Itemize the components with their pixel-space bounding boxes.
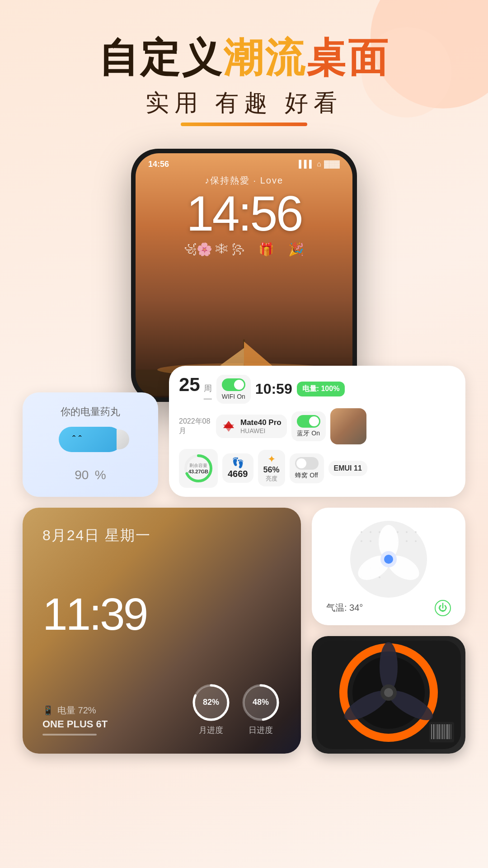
storage-text-inner: 剩余容量 43.27GB — [188, 462, 208, 474]
clock-bottom: 📱 电量 72% ONE PLUS 6T 82% 月进度 — [42, 682, 281, 736]
phone-time: 14:56 — [148, 160, 169, 169]
clock-time: 11:39 — [42, 591, 281, 637]
info-widget: 25 周— WIFI On 10:59 电量: 100% — [169, 366, 465, 497]
steps-val: 4669 — [228, 469, 248, 479]
brightness-block: ✦ 56% 亮度 — [258, 450, 285, 486]
phone-thumb-img — [330, 408, 366, 444]
svg-point-14 — [379, 531, 380, 533]
widgets-row2: 8月24日 星期一 11:39 📱 电量 72% ONE PLUS 6T — [23, 508, 465, 754]
info-date-num: 25 — [179, 375, 200, 394]
info-time: 10:59 — [255, 381, 292, 397]
hive-toggle-track — [295, 457, 319, 470]
svg-point-38 — [380, 642, 398, 692]
header: 自定义潮流桌面 实用 有趣 好看 — [0, 0, 488, 126]
wifi-icon: ⌂ — [317, 160, 321, 168]
battery-device-icon: 📱 — [42, 705, 54, 716]
info-date-block: 25 周— — [179, 375, 212, 403]
svg-text:82%: 82% — [203, 698, 219, 707]
hive-block[interactable]: 蜂窝 Off — [290, 453, 324, 483]
svg-point-29 — [379, 576, 380, 578]
svg-point-34 — [384, 555, 393, 564]
hive-label: 蜂窝 Off — [295, 472, 318, 480]
svg-point-23 — [415, 540, 417, 542]
huawei-logo — [221, 419, 236, 434]
fan-power-icon: ⏻ — [438, 603, 447, 613]
fan-temp-text: 气温: 34° — [326, 602, 363, 614]
fan-column: 气温: 34° ⏻ — [312, 508, 465, 754]
bt-track — [297, 415, 320, 428]
emui-block: EMUI 11 — [328, 461, 367, 476]
progress-day-label: 日进度 — [249, 725, 273, 736]
svg-point-22 — [406, 540, 408, 542]
progress-month-label: 月进度 — [199, 725, 223, 736]
pill-widget: 你的电量药丸 ˆ ˆ 90 % — [23, 392, 158, 497]
bt-label: 蓝牙 On — [297, 429, 320, 438]
pill-cap — [117, 429, 129, 449]
battery-bar-block: 电量: 100% — [297, 382, 345, 396]
phone-decoration: ꧁🌸 ❄ ꧂ 🎁 🎉 — [136, 242, 352, 257]
brightness-label: 亮度 — [266, 475, 277, 483]
info-row3: 剩余容量 43.27GB 👣 4669 ✦ 56% 亮度 — [179, 449, 455, 488]
pill-face: ˆ ˆ — [72, 434, 82, 445]
date-year: 2022年08月 — [179, 417, 211, 436]
clock-date: 8月24日 星期一 — [42, 526, 281, 546]
storage-circle: 剩余容量 43.27GB — [183, 453, 214, 484]
svg-point-20 — [415, 531, 417, 533]
svg-point-15 — [361, 540, 362, 542]
fan-power-btn[interactable]: ⏻ — [435, 600, 451, 616]
fan-widget-dark — [312, 636, 465, 754]
subtitle: 实用 有趣 好看 — [0, 87, 488, 119]
brightness-icon: ✦ — [267, 453, 276, 465]
fan-widget-white: 气温: 34° ⏻ — [312, 508, 465, 625]
svg-point-16 — [370, 540, 371, 542]
steps-block: 👣 4669 — [222, 453, 253, 483]
storage-label: 剩余容量 — [188, 462, 208, 469]
clock-battery: 电量 72% — [57, 704, 96, 717]
fan-temp-bar: 气温: 34° ⏻ — [323, 600, 455, 616]
device-model: Mate40 Pro — [240, 418, 282, 427]
info-widget-inner: 25 周— WIFI On 10:59 电量: 100% — [179, 375, 455, 488]
battery-icon: ▓▓▓ — [324, 160, 340, 168]
svg-point-12 — [361, 531, 362, 533]
svg-point-13 — [370, 531, 371, 533]
info-row1: 25 周— WIFI On 10:59 电量: 100% — [179, 375, 455, 404]
info-row2: 2022年08月 Mate40 Pro HUAWEI — [179, 408, 455, 444]
main-title: 自定义潮流桌面 — [0, 36, 488, 80]
battery-bar-visual — [42, 734, 97, 736]
storage-block: 剩余容量 43.27GB — [179, 449, 218, 488]
info-time-block: 10:59 — [255, 381, 292, 397]
huawei-text-block: Mate40 Pro HUAWEI — [240, 418, 282, 434]
pill-capsule: ˆ ˆ — [37, 427, 144, 452]
phone-big-time: 14:56 — [136, 189, 352, 238]
progress-circle-day: 48% 日进度 — [240, 682, 281, 736]
signal-icon: ▌▌▌ — [299, 160, 314, 168]
pill-body: ˆ ˆ — [59, 427, 122, 452]
phone-status-bar: 14:56 ▌▌▌ ⌂ ▓▓▓ — [136, 153, 352, 169]
storage-val: 43.27GB — [188, 469, 208, 474]
emui-label: EMUI 11 — [334, 464, 362, 472]
title-part2: 潮流 — [223, 35, 306, 80]
pill-unit: % — [95, 468, 106, 482]
widgets-row1: 你的电量药丸 ˆ ˆ 90 % 25 周— — [23, 366, 465, 497]
wifi-toggle-track — [222, 378, 245, 391]
clock-progress-area: 82% 月进度 48% 日进度 — [191, 682, 281, 736]
fan-blades-white — [348, 519, 429, 600]
wifi-toggle[interactable]: WIFI On — [216, 375, 251, 404]
clock-widget: 8月24日 星期一 11:39 📱 电量 72% ONE PLUS 6T — [23, 508, 301, 754]
clock-device-block: 📱 电量 72% ONE PLUS 6T — [42, 704, 108, 736]
progress-circle-month: 82% 月进度 — [191, 682, 231, 736]
bt-toggle[interactable]: 蓝牙 On — [291, 411, 326, 441]
pill-percent: 90 % — [37, 459, 144, 484]
status-icons: ▌▌▌ ⌂ ▓▓▓ — [299, 160, 340, 168]
svg-rect-43 — [429, 722, 454, 742]
widgets-area: 你的电量药丸 ˆ ˆ 90 % 25 周— — [23, 366, 465, 754]
battery-bar-text: 电量: 100% — [302, 384, 340, 394]
underline-decoration — [181, 123, 307, 126]
phone-section: 14:56 ▌▌▌ ⌂ ▓▓▓ ♪保持熱愛 · Love 14:56 ꧁🌸 ❄ … — [0, 149, 488, 402]
title-part3: 桌面 — [306, 35, 389, 80]
huawei-block: Mate40 Pro HUAWEI — [216, 415, 287, 438]
phone-screen: 14:56 ▌▌▌ ⌂ ▓▓▓ ♪保持熱愛 · Love 14:56 ꧁🌸 ❄ … — [136, 153, 352, 397]
pill-title: 你的电量药丸 — [37, 405, 144, 419]
info-date-week: 周— — [204, 383, 212, 403]
steps-icon: 👣 — [232, 457, 244, 469]
